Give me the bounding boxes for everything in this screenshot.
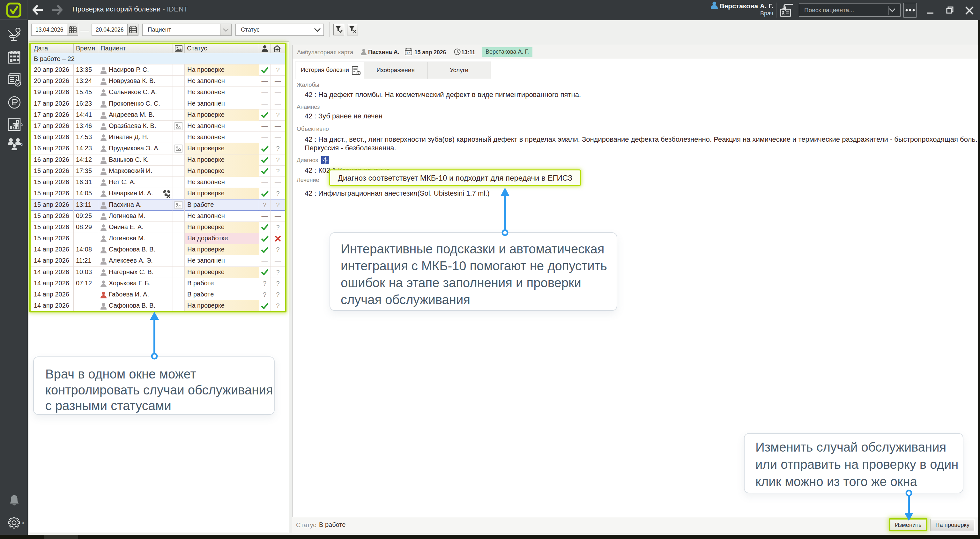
svg-text:17: 17 xyxy=(406,51,410,55)
